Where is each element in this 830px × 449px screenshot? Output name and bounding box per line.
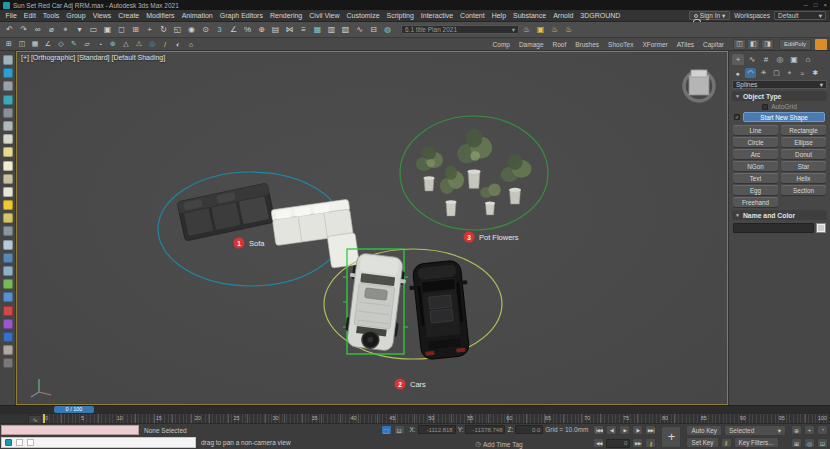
percent-snap-icon[interactable]: % <box>241 23 254 36</box>
slash-icon[interactable]: / <box>159 39 171 50</box>
sphere-tool-icon[interactable] <box>3 147 13 157</box>
previous-frame-button[interactable]: ◀| <box>606 425 617 435</box>
menu-item-content[interactable]: Content <box>457 12 489 19</box>
home-icon[interactable]: ⌂ <box>185 39 197 50</box>
scene-canvas[interactable]: 1 Sofa <box>17 52 727 404</box>
redo-icon[interactable]: ↷ <box>17 23 30 36</box>
angle-icon[interactable]: ∠ <box>42 39 54 50</box>
effects-icon[interactable]: ⊛ <box>107 39 119 50</box>
menu-item-interactive[interactable]: Interactive <box>417 12 456 19</box>
next-frame-button[interactable]: |▶ <box>632 425 643 435</box>
previous-key-button[interactable]: ◀◀ <box>593 438 604 448</box>
start-new-shape-button[interactable]: Start New Shape <box>743 112 825 122</box>
zoom-icon[interactable]: ⊕ <box>791 425 802 435</box>
orbit-icon[interactable]: ◔ <box>817 425 828 435</box>
go-to-start-button[interactable]: |◀◀ <box>593 425 604 435</box>
eye-tool-icon[interactable] <box>3 332 13 342</box>
hierarchy-tab[interactable]: # <box>760 54 772 65</box>
sign-in-button[interactable]: Sign In ▾ <box>689 11 731 20</box>
grid-icon[interactable]: ▦ <box>29 39 41 50</box>
curve-editor-icon[interactable]: ∿ <box>353 23 366 36</box>
selection-lock-icon[interactable]: ⊡ <box>394 425 405 435</box>
view-cube[interactable] <box>684 70 714 101</box>
add-workspace-tool-icon[interactable]: + <box>661 426 681 448</box>
create-tab[interactable]: + <box>732 54 744 65</box>
image-tool-icon[interactable] <box>3 68 13 78</box>
menu-item-edit[interactable]: Edit <box>20 12 39 19</box>
render-setup-icon[interactable]: ♨ <box>520 23 533 36</box>
plugin-orange-icon[interactable] <box>815 39 827 50</box>
menu-item-modifiers[interactable]: Modifiers <box>143 12 178 19</box>
minimize-button[interactable]: ─ <box>804 1 808 9</box>
menu-item-rendering[interactable]: Rendering <box>266 12 305 19</box>
plugin-button-capitar[interactable]: Capitar <box>703 41 724 48</box>
plugin-button-comp[interactable]: Comp <box>493 41 510 48</box>
globe2-tool-icon[interactable] <box>3 292 13 302</box>
viewport-maximize-icon[interactable]: ◨ <box>761 39 774 50</box>
tree-blue-tool-icon[interactable] <box>3 253 13 263</box>
toggle-scene-explorer-icon[interactable]: ▦ <box>311 23 324 36</box>
add-time-tag[interactable]: Add Time Tag <box>483 441 523 448</box>
globe-tool-icon[interactable] <box>3 266 13 276</box>
x-coordinate-field[interactable]: -1112.818 <box>418 425 456 434</box>
plugin-button-shootex[interactable]: ShooTex <box>608 41 633 48</box>
object-color-swatch[interactable] <box>816 223 826 233</box>
shape-button-line[interactable]: Line <box>733 125 778 135</box>
shape-button-ellipse[interactable]: Ellipse <box>781 137 826 147</box>
shape-button-helix[interactable]: Helix <box>781 173 826 183</box>
go-to-end-button[interactable]: ▶▶| <box>645 425 656 435</box>
draw-icon[interactable]: ✎ <box>68 39 80 50</box>
current-frame-field[interactable]: 0 <box>606 439 630 448</box>
split-view-icon[interactable]: ◫ <box>16 39 28 50</box>
object-type-rollout[interactable]: ▼ Object Type <box>732 91 827 101</box>
rain-tool-icon[interactable] <box>3 226 13 236</box>
helpers-category-icon[interactable]: ⌖ <box>784 68 795 78</box>
sun-tool-icon[interactable] <box>3 200 13 210</box>
link-tool-icon[interactable] <box>3 108 13 118</box>
lights-category-icon[interactable]: ☀ <box>758 68 769 78</box>
pointer-tool-icon[interactable] <box>3 55 13 65</box>
maxscript-listener-white[interactable] <box>1 437 196 448</box>
close-button[interactable]: × <box>823 1 827 9</box>
diamond-icon[interactable]: ◇ <box>55 39 67 50</box>
angle-snap-icon[interactable]: ∠ <box>227 23 240 36</box>
modify-tab[interactable]: ∿ <box>746 54 758 65</box>
warning-icon[interactable]: ⚠ <box>133 39 145 50</box>
key-filters-button[interactable]: Key Filters... <box>734 437 779 448</box>
menu-item-arnold[interactable]: Arnold <box>550 12 577 19</box>
align-icon[interactable]: ≡ <box>297 23 310 36</box>
motion-tab[interactable]: ◎ <box>774 54 786 65</box>
spline-category-dropdown[interactable]: Splines ▾ <box>732 80 827 89</box>
zoom-region-icon[interactable]: ⊞ <box>791 438 802 448</box>
select-and-link-icon[interactable]: ∞ <box>31 23 44 36</box>
select-and-rotate-icon[interactable]: ↻ <box>157 23 170 36</box>
menu-item-group[interactable]: Group <box>63 12 89 19</box>
viewport-split-icon[interactable]: ◧ <box>747 39 760 50</box>
pan-icon[interactable]: + <box>804 425 815 435</box>
monitor-tool-icon[interactable] <box>3 81 13 91</box>
circle-tool-icon[interactable] <box>3 358 13 368</box>
viewport-label[interactable]: [+] [Orthographic] [Standard] [Default S… <box>21 54 165 61</box>
potted-plants[interactable] <box>416 128 532 216</box>
cameras-category-icon[interactable]: ▢ <box>771 68 782 78</box>
object-name-field[interactable] <box>733 223 814 233</box>
sphere-icon[interactable]: ◐ <box>172 39 184 50</box>
play-button[interactable]: ▶ <box>619 425 630 435</box>
schematic-view-icon[interactable]: ⊟ <box>367 23 380 36</box>
select-and-move-icon[interactable]: + <box>143 23 156 36</box>
time-slider[interactable]: 0 / 100 <box>54 406 94 413</box>
shape-button-rectangle[interactable]: Rectangle <box>781 125 826 135</box>
viewport-layout-icon[interactable]: ◫ <box>733 39 746 50</box>
unlink-selection-icon[interactable]: ⌀ <box>45 23 58 36</box>
geometry-category-icon[interactable]: ● <box>732 68 743 78</box>
plane-icon[interactable]: ▱ <box>81 39 93 50</box>
menu-item-civil-view[interactable]: Civil View <box>306 12 343 19</box>
white-suv[interactable] <box>341 252 408 352</box>
tree-green-tool-icon[interactable] <box>3 279 13 289</box>
menu-item-graph-editors[interactable]: Graph Editors <box>216 12 266 19</box>
plugin-button-xformer[interactable]: XFormer <box>642 41 667 48</box>
mirror-icon[interactable]: ⋈ <box>283 23 296 36</box>
shape-button-section[interactable]: Section <box>781 185 826 195</box>
menu-item-customize[interactable]: Customize <box>343 12 383 19</box>
shapes-category-icon[interactable]: ◠ <box>745 68 756 78</box>
